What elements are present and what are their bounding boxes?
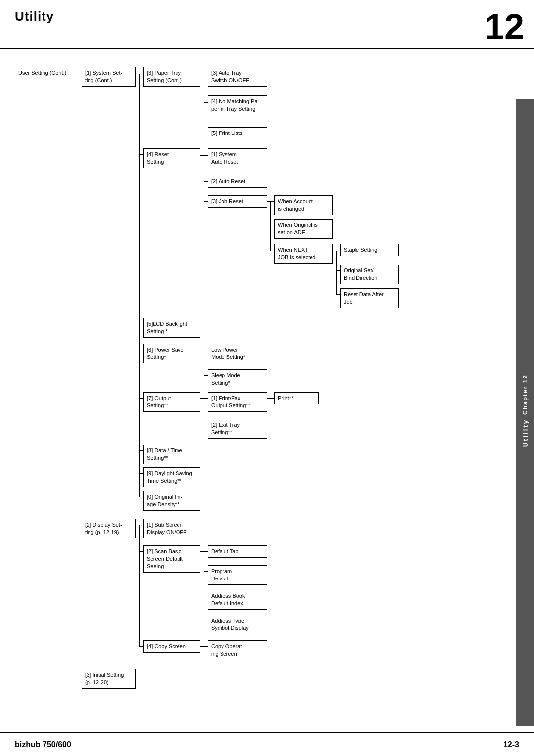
line-to-when-next — [270, 251, 274, 251]
page-container: Utility 12 Chapter 12 Utility User Setti… — [0, 0, 534, 756]
node-user-setting: User Setting (Cont.) — [15, 67, 74, 79]
vline-output-items — [204, 398, 204, 425]
vline-reset-items — [204, 155, 204, 201]
node-power-save: [6] Power SaveSetting* — [143, 344, 200, 363]
vline-scan-items — [204, 551, 204, 622]
line-to-when-original — [270, 225, 274, 225]
line-printfax-to-print — [267, 398, 274, 399]
vline-display-items — [139, 525, 140, 646]
node-print-lists: [5] Print Lists — [208, 127, 267, 139]
node-copy-screen: [4] Copy Screen — [143, 640, 200, 653]
line-to-auto-reset — [204, 181, 208, 182]
line-to-display — [78, 525, 82, 525]
tree-container: User Setting (Cont.) [1] System Set-ting… — [10, 62, 494, 714]
vline-job-reset-items — [270, 201, 271, 251]
node-initial-setting: [3] Initial Setting(p. 12-20) — [82, 669, 136, 689]
line-to-lcd — [139, 324, 143, 324]
line-to-address-book — [204, 596, 208, 596]
node-when-next: When NEXTJOB is selected — [274, 244, 333, 264]
line-to-initial — [78, 675, 82, 675]
node-original-set: Original Set/Bind Direction — [340, 265, 399, 284]
node-default-tab: Default Tab — [208, 545, 267, 558]
vline-when-next-items — [336, 251, 337, 295]
node-staple-setting: Staple Setting — [340, 244, 399, 256]
line-to-address-type — [204, 621, 208, 621]
line-to-reset-setting — [139, 154, 143, 155]
line-to-orig-image — [139, 497, 143, 497]
node-lcd-backlight: [5]LCD BacklightSetting * — [143, 318, 200, 338]
node-sleep-mode: Sleep ModeSetting* — [208, 369, 267, 389]
footer-model: bizhub 750/600 — [15, 740, 71, 749]
node-output-setting: [7] OutputSetting** — [143, 392, 200, 412]
node-address-book: Address BookDefault Index — [208, 590, 267, 610]
node-daylight: [9] Daylight SavingTime Setting** — [143, 467, 200, 487]
vline-papertray-items — [204, 74, 204, 133]
line-to-job-reset — [204, 201, 208, 202]
header: Utility 12 — [0, 0, 534, 49]
vline-system-cont2 — [78, 74, 78, 525]
node-when-account: When Accountis changed — [274, 195, 333, 215]
line-to-scan-basic — [139, 551, 143, 552]
vline-power-items — [204, 350, 204, 375]
line-to-power-save — [139, 350, 143, 350]
node-auto-tray: [3] Auto TraySwitch ON/OFF — [208, 67, 267, 87]
node-sub-screen: [1] Sub ScreenDisplay ON/OFF — [143, 519, 200, 538]
node-when-original: When Original isset on ADF — [274, 219, 333, 239]
node-reset-setting: [4] ResetSetting — [143, 148, 200, 168]
node-address-type: Address TypeSymbol Display — [208, 615, 267, 634]
node-system-set-cont: [1] System Set-ting (Cont.) — [82, 67, 136, 87]
node-print-star: Print** — [274, 392, 319, 404]
node-display-setting: [2] Display Set-ting (p. 12-19) — [82, 519, 136, 538]
node-exit-tray: [2] Exit TraySetting** — [208, 419, 267, 439]
line-to-data-time — [139, 450, 143, 451]
node-print-fax: [1] Print/FaxOutput Setting** — [208, 392, 267, 412]
node-program-default: ProgramDefault — [208, 565, 267, 585]
vline-system-items — [139, 74, 140, 154]
node-reset-data: Reset Data AfterJob — [340, 288, 399, 308]
node-low-power: Low PowerMode Setting* — [208, 344, 267, 363]
line-to-copy-screen — [139, 646, 143, 647]
line-to-sleep — [204, 375, 208, 376]
line-to-output — [139, 398, 143, 399]
node-auto-reset: [2] Auto Reset — [208, 176, 267, 188]
footer-page: 12-3 — [503, 740, 519, 749]
page-title: Utility — [15, 9, 54, 24]
line-to-reset-data — [336, 294, 340, 295]
node-paper-tray-cont: [3] Paper TraySetting (Cont.) — [143, 67, 200, 87]
footer: bizhub 750/600 12-3 — [0, 732, 534, 756]
line-to-print-lists — [204, 133, 208, 133]
node-no-matching: [4] No Matching Pa-per in Tray Setting — [208, 95, 267, 115]
line-to-program — [204, 571, 208, 572]
node-data-time: [8] Data / TimeSetting** — [143, 445, 200, 464]
node-copy-operating: Copy Operat-ing Screen — [208, 640, 267, 660]
node-original-image: [0] Original Im-age Density** — [143, 491, 200, 511]
line-to-exit-tray — [204, 425, 208, 425]
line-to-daylight — [139, 473, 143, 474]
line-to-no-matching — [204, 102, 208, 103]
vline-system-cont-items — [139, 154, 140, 497]
node-system-auto-reset: [1] SystemAuto Reset — [208, 148, 267, 168]
diagram-area: User Setting (Cont.) [1] System Set-ting… — [0, 54, 534, 719]
chapter-number: 12 — [485, 9, 524, 44]
node-job-reset: [3] Job Reset — [208, 195, 267, 208]
line-copy-to-op — [200, 646, 208, 647]
node-scan-basic: [2] Scan BasicScreen Default Seeing — [143, 545, 200, 573]
line-to-original-set — [336, 270, 340, 271]
